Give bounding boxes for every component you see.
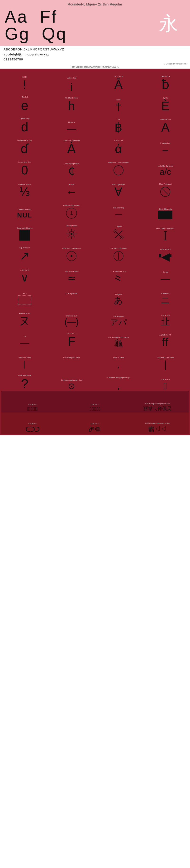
label-arrows: Arrows (49, 183, 94, 186)
cell-enclosedideogsup: Enclosed Ideographic Sup , (95, 370, 142, 391)
cell-alphabeticpf: Alphabetic PF ff (142, 327, 189, 348)
char-latinextc: ∨ (21, 272, 29, 283)
cell-cjksymbols: CJK Symbols (48, 284, 95, 306)
cell-cjkextd: CJK Ext D 𫠠𫠡𫠢𫠣𫠤𫠥 (64, 391, 126, 412)
cell-cjkcompat: CJK Compat アパ (95, 306, 142, 327)
char-katakanaext: ヌ (19, 315, 30, 326)
cjk-compatsup2-chars: 龤◁◁ (148, 425, 167, 433)
label-thai: Thai (96, 118, 141, 121)
label-phoneticextsup: Phonetic Ext Sup (2, 140, 47, 142)
label-geoshapes: Geometric Shapes (2, 227, 47, 229)
cell-controlpictures: Control Pictures NUL (1, 198, 48, 220)
label-smallforms: Small Forms (96, 357, 141, 359)
label-latin1sup: Latin-1 Sup (49, 77, 94, 79)
char-cjkradicalssup: ⺀ (114, 273, 123, 283)
cell-cjkcompatsup: CJK Compat Ideographs Sup 丽举乁㑧㑨㕦 (126, 391, 189, 412)
label-cjkexta: CJK Ext A (143, 314, 188, 317)
cell-hebrew: Hebrew — (48, 113, 95, 134)
label-phoneticext: Phonetic Ext (143, 118, 188, 121)
char-thai: ฿ (114, 121, 122, 133)
grid-row-14: Vertical Forms ︱ CJK Compat Forms Small … (1, 348, 189, 370)
grid-row-15: Math Alphanum ? Enclosed Alphanum Sup ⊙ … (1, 370, 189, 391)
alphabet-upper: ABCDEFGHIJKLMNOPQRSTUVWXYZ (4, 47, 186, 52)
char-latinexta: Ā (114, 78, 122, 91)
cell-cjkexta: CJK Ext A 㐀 (142, 306, 189, 327)
cell-miscmathb: Misc Math Symbols B (48, 241, 95, 263)
cell-latinextd: Latin Ext D F (48, 327, 95, 348)
cell-verticalforms: Vertical Forms ︱ (1, 348, 48, 370)
cell-miscarrows: Misc Arrows ◀ (142, 241, 189, 263)
svg-line-12 (74, 236, 75, 238)
cell-enclosedal: Enclosed Alphanum 1 (48, 198, 95, 220)
cell-thai: Thai ฿ (95, 113, 142, 134)
char-cyrillic: È (161, 100, 169, 112)
label-currency: Currency Symbols (49, 162, 94, 165)
cell-dingbats: Dingbats (95, 220, 142, 241)
char-verticalforms: ︱ (20, 360, 30, 369)
cell-cjkextb: CJK Ext B 𠀀 (142, 370, 189, 391)
char-latinextadd: Ȧ (67, 143, 76, 155)
label-diacriticalsfor: Diacriticals For Symbols (96, 161, 141, 164)
grid-row-1: ASCII ! Latin-1 Sup ¡ Latin Ext A Ā Lati… (1, 70, 189, 91)
label-latinextb: Latin Ext B (143, 75, 188, 78)
label-boxdrawing: Box Drawing (96, 207, 141, 209)
cell-hiragana: Hiragana あ (95, 284, 142, 306)
char-boxdrawing: ─ (115, 210, 122, 219)
cell-miscmathA: Misc Math Symbols A ⟦ (142, 220, 189, 241)
label-suparrowsb: Sup Arrows B (2, 247, 47, 249)
cell-diacriticalsfor: Diacriticals For Symbols (95, 156, 142, 177)
cell-greekext: Greek Ext ά (95, 134, 142, 156)
char-latinextb: ƀ (161, 78, 169, 91)
label-dingbats: Dingbats (96, 225, 141, 228)
label-greek: Greek (96, 99, 141, 101)
scissors-icon (112, 228, 125, 241)
cjk-compatsup-chars: 丽举乁㑧㑨㕦 (143, 405, 172, 412)
svg-point-20 (71, 255, 72, 257)
svg-line-11 (68, 230, 69, 232)
char-ipaext: e (21, 99, 28, 112)
font-title: Rounded-L Mgen+ 2c thin Regular (5, 2, 185, 6)
cell-latinextc: Latin Ext C ∨ (1, 263, 48, 284)
char-nul: NUL (17, 212, 32, 219)
label-enclosedideogsup: Enclosed Ideographic Sup (96, 377, 141, 379)
large-chars-row1: Aa Ff (5, 8, 67, 25)
label-enclosedal: Enclosed Alphanum (49, 205, 94, 207)
cell-modletters: Modifier Letters h (48, 91, 95, 113)
cell-blockelements: Block Elements (142, 198, 189, 220)
circle-symbol-icon (113, 164, 124, 176)
cell-katakana: Katakana ニ (142, 284, 189, 306)
grid-row-3: Cyrillic Sup d Hebrew — Thai ฿ Phonetic … (1, 113, 189, 134)
char-cjkcompatforms (67, 360, 76, 369)
cell-smallforms: Small Forms ﹐ (95, 348, 142, 370)
label-suppunct: Sup Punctuation (49, 271, 94, 273)
label-supmathops: Sup Math Operators (96, 247, 141, 250)
char-superandsub: 0 (21, 164, 28, 176)
slashed-circle-icon (159, 186, 171, 198)
cell-cjkcompatsup2: CJK Compat Ideographs Sup 龤◁◁ (126, 412, 189, 434)
char-kange: — (160, 274, 170, 283)
char-ascii: ! (23, 79, 26, 91)
label-misctech: Misc Technical (143, 183, 188, 185)
cell-ascii: ASCII ! (1, 70, 48, 91)
char-modletters: h (68, 100, 75, 112)
cell-cjkextd2: CJK Ext D ∂ᵃ᪤ (64, 412, 126, 434)
cell-cjkextc2: CJK Ext C ᑕᑐᑐ (1, 412, 64, 434)
sun-symbol-icon (65, 227, 78, 241)
cell-mathalphanum: Math Alphanum ? (1, 370, 48, 391)
label-cjk: CJK (2, 335, 47, 338)
label-controlpictures: Control Pictures (2, 209, 47, 211)
char-currency: ₵ (68, 165, 75, 176)
label-enclosedcjk: Enclosed CJK (49, 315, 94, 317)
cell-enclosedcjk: Enclosed CJK (—) (48, 306, 95, 327)
bottom-strip-row1: CJK Ext C 𪜶𪜷𪜸𪜹𪜺𪜻 CJK Ext D 𫠠𫠡𫠢𫠣𫠤𫠥 CJK Co… (1, 391, 189, 412)
cell-katakanaext: Katakana Ext ヌ (1, 306, 48, 327)
dashed-rect-etc (18, 295, 31, 305)
svg-point-6 (71, 233, 72, 235)
cell-phoneticextsup: Phonetic Ext Sup ɗ (1, 134, 48, 156)
char-cjkcompat: アパ (110, 318, 127, 326)
cell-miscsymbols: Misc Symbols (48, 220, 95, 241)
label-cjkradicalssup: CJK Radicals Sup (96, 271, 141, 273)
label-modletters: Modifier Letters (49, 97, 94, 99)
label-punctuation: Punctuation (143, 142, 188, 145)
numbers-row: 0123456789 (4, 57, 186, 62)
